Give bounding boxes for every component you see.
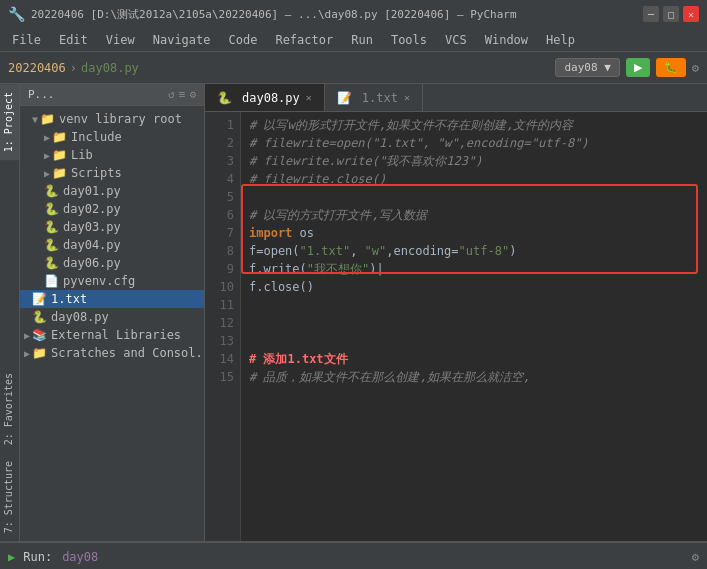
menu-run[interactable]: Run (343, 31, 381, 49)
tree-item-external-libs[interactable]: ▶ 📚 External Libraries (20, 326, 204, 344)
day06-label: day06.py (63, 256, 121, 270)
code-line-11 (249, 296, 699, 314)
code-line-10: f.close() (249, 278, 699, 296)
sidebar-item-project[interactable]: 1: Project (0, 84, 19, 160)
txt-file-icon: 📝 (32, 292, 47, 306)
tree-item-day03[interactable]: 🐍 day03.py (20, 218, 204, 236)
tree-item-day08[interactable]: 🐍 day08.py (20, 308, 204, 326)
menu-tools[interactable]: Tools (383, 31, 435, 49)
collapse-icon[interactable]: ≡ (179, 88, 186, 101)
tree-item-scripts[interactable]: ▶ 📁 Scripts (20, 164, 204, 182)
settings-icon[interactable]: ⚙ (692, 61, 699, 75)
day08-label: day08.py (51, 310, 109, 324)
tree-item-include[interactable]: ▶ 📁 Include (20, 128, 204, 146)
folder-icon: 📚 (32, 328, 47, 342)
tab-1txt[interactable]: 📝 1.txt ✕ (325, 84, 423, 111)
code-line-13 (249, 332, 699, 350)
scripts-label: Scripts (71, 166, 122, 180)
code-line-12 (249, 314, 699, 332)
tree-item-venv[interactable]: ▼ 📁 venv library root (20, 110, 204, 128)
menu-refactor[interactable]: Refactor (267, 31, 341, 49)
settings-icon[interactable]: ⚙ (692, 550, 699, 564)
code-token: os (300, 224, 314, 242)
lib-label: Lib (71, 148, 93, 162)
menu-help[interactable]: Help (538, 31, 583, 49)
code-token: ,encoding= (386, 242, 458, 260)
menu-vcs[interactable]: VCS (437, 31, 475, 49)
sidebar-item-structure[interactable]: 7: Structure (0, 453, 19, 541)
code-line-9: f.write("我不想你")| (249, 260, 699, 278)
py-file-icon: 🐍 (44, 184, 59, 198)
editor-area: 🐍 day08.py ✕ 📝 1.txt ✕ 12345 678910 1112… (205, 84, 707, 541)
tree-item-day01[interactable]: 🐍 day01.py (20, 182, 204, 200)
code-editor: 12345 678910 1112131415 # 以写w的形式打开文件,如果文… (205, 112, 707, 541)
breadcrumb-folder: 20220406 (8, 61, 66, 75)
py-file-icon: 🐍 (44, 256, 59, 270)
string-token: "utf-8" (459, 242, 510, 260)
menu-edit[interactable]: Edit (51, 31, 96, 49)
project-header-icons: ↺ ≡ ⚙ (168, 88, 196, 101)
expand-arrow-icon: ▶ (44, 132, 50, 143)
line-numbers: 12345 678910 1112131415 (205, 112, 241, 541)
code-line-14: # 添加1.txt文件 (249, 350, 699, 368)
tree-item-lib[interactable]: ▶ 📁 Lib (20, 146, 204, 164)
breadcrumb: 20220406 › day08.py (8, 61, 139, 75)
code-line-4: # filewrite.close() (249, 170, 699, 188)
menu-code[interactable]: Code (221, 31, 266, 49)
breadcrumb-file: day08.py (81, 61, 139, 75)
code-content[interactable]: # 以写w的形式打开文件,如果文件不存在则创建,文件的内容 # filewrit… (241, 112, 707, 541)
expand-arrow-icon: ▼ (32, 114, 38, 125)
sync-icon[interactable]: ↺ (168, 88, 175, 101)
run-button[interactable]: ▶ (626, 58, 650, 77)
menu-navigate[interactable]: Navigate (145, 31, 219, 49)
venv-label: venv library root (59, 112, 182, 126)
title-bar: 🔧 20220406 [D:\测试2012a\2105a\20220406] –… (0, 0, 707, 28)
folder-icon: 📁 (52, 130, 67, 144)
pyvenv-label: pyvenv.cfg (63, 274, 135, 288)
expand-arrow-icon: ▶ (44, 168, 50, 179)
code-line-2: # filewrite=open("1.txt", "w",encoding="… (249, 134, 699, 152)
run-header-controls: ⚙ (692, 550, 699, 564)
run-tab-label[interactable]: Run: (23, 550, 52, 564)
tree-item-day02[interactable]: 🐍 day02.py (20, 200, 204, 218)
menu-window[interactable]: Window (477, 31, 536, 49)
tree-item-pyvenv[interactable]: 📄 pyvenv.cfg (20, 272, 204, 290)
menu-file[interactable]: File (4, 31, 49, 49)
code-comment: # filewrite.write("我不喜欢你123") (249, 152, 482, 170)
code-token: , (350, 242, 364, 260)
run-panel-tab-icon: ▶ (8, 550, 15, 564)
tab-close-icon[interactable]: ✕ (306, 92, 312, 103)
highlight-comment-text: 添加1.txt文件 (256, 350, 347, 368)
toolbar-actions: day08 ▼ ▶ 🐛 ⚙ (555, 58, 699, 77)
folder-icon: 📁 (52, 166, 67, 180)
sidebar-item-favorites[interactable]: 2: Favorites (0, 365, 19, 453)
day02-label: day02.py (63, 202, 121, 216)
run-config-dropdown[interactable]: day08 ▼ (555, 58, 619, 77)
folder-icon: 📁 (40, 112, 55, 126)
minimize-button[interactable]: ─ (643, 6, 659, 22)
code-line-3: # filewrite.write("我不喜欢你123") (249, 152, 699, 170)
day04-label: day04.py (63, 238, 121, 252)
folder-icon: 📁 (52, 148, 67, 162)
debug-button[interactable]: 🐛 (656, 58, 686, 77)
maximize-button[interactable]: □ (663, 6, 679, 22)
tree-item-day06[interactable]: 🐍 day06.py (20, 254, 204, 272)
close-button[interactable]: ✕ (683, 6, 699, 22)
code-line-8: f=open("1.txt", "w",encoding="utf-8") (249, 242, 699, 260)
code-comment: # 以写w的形式打开文件,如果文件不存在则创建,文件的内容 (249, 116, 573, 134)
tree-item-day04[interactable]: 🐍 day04.py (20, 236, 204, 254)
tab-close-icon[interactable]: ✕ (404, 92, 410, 103)
settings-icon[interactable]: ⚙ (189, 88, 196, 101)
run-panel-container: ▶ Run: day08 ⚙ ↺ ■ ↑ ↓ D:\测试2012a\2105a\… (0, 541, 707, 569)
py-file-icon: 🐍 (32, 310, 47, 324)
txt-label: 1.txt (51, 292, 87, 306)
tab-day08[interactable]: 🐍 day08.py ✕ (205, 84, 325, 111)
folder-icon: 📁 (32, 346, 47, 360)
tree-item-scratches[interactable]: ▶ 📁 Scratches and Consol... (20, 344, 204, 362)
breadcrumb-separator: › (70, 61, 77, 75)
menu-view[interactable]: View (98, 31, 143, 49)
title-bar-controls[interactable]: ─ □ ✕ (643, 6, 699, 22)
side-tabs: 1: Project 2: Favorites 7: Structure (0, 84, 20, 541)
highlight-comment: # (249, 350, 256, 368)
tree-item-1txt[interactable]: 📝 1.txt (20, 290, 204, 308)
